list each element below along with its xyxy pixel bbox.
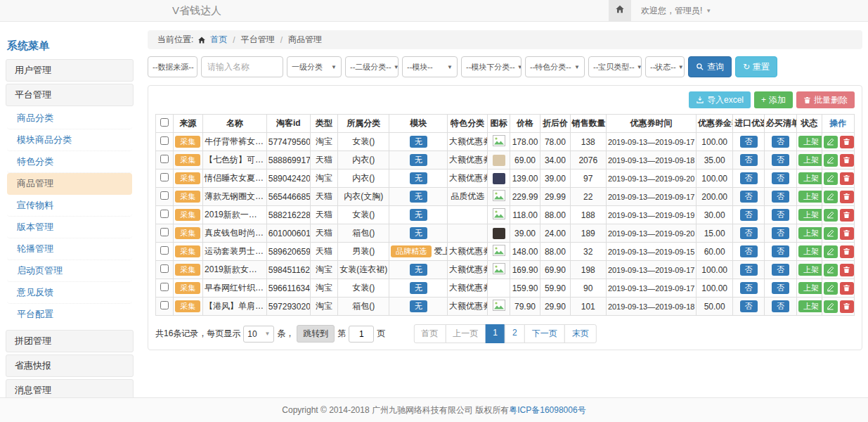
imported-toggle[interactable]: 否 xyxy=(740,282,758,294)
sidebar-item-特色分类[interactable]: 特色分类 xyxy=(7,151,132,173)
row-checkbox[interactable] xyxy=(160,283,169,291)
sidebar-item-商品分类[interactable]: 商品分类 xyxy=(7,108,132,129)
must-buy-toggle[interactable]: 否 xyxy=(772,245,789,257)
module-none-badge[interactable]: 无 xyxy=(410,136,427,148)
sidebar-group-header-3[interactable]: 省惠快报 xyxy=(6,354,134,377)
imported-toggle[interactable]: 否 xyxy=(740,136,758,148)
filter-select-category-level2[interactable]: --二级分类--▼ xyxy=(345,56,399,77)
batch-delete-button[interactable]: 批量删除 xyxy=(796,91,855,108)
module-none-badge[interactable]: 无 xyxy=(410,191,427,203)
status-badge[interactable]: 上架 xyxy=(798,282,822,294)
sidebar-item-宣传物料[interactable]: 宣传物料 xyxy=(7,195,132,217)
sidebar-item-商品管理[interactable]: 商品管理 xyxy=(7,173,132,195)
edit-button[interactable] xyxy=(824,264,838,276)
delete-button[interactable] xyxy=(840,136,854,148)
row-checkbox[interactable] xyxy=(160,191,169,200)
module-none-badge[interactable]: 无 xyxy=(410,227,427,239)
name-search-input[interactable] xyxy=(201,56,283,77)
delete-button[interactable] xyxy=(840,191,854,203)
row-checkbox[interactable] xyxy=(160,210,169,218)
breadcrumb-home-link[interactable]: 首页 xyxy=(210,34,227,46)
imported-toggle[interactable]: 否 xyxy=(740,172,758,184)
module-none-badge[interactable]: 无 xyxy=(410,209,427,221)
module-none-badge[interactable]: 无 xyxy=(410,264,427,276)
reset-button[interactable]: ↻重置 xyxy=(735,56,777,77)
must-buy-toggle[interactable]: 否 xyxy=(772,264,789,276)
row-checkbox[interactable] xyxy=(160,264,169,273)
edit-button[interactable] xyxy=(824,300,838,313)
must-buy-toggle[interactable]: 否 xyxy=(772,191,789,203)
edit-button[interactable] xyxy=(824,227,838,240)
sidebar-item-版本管理[interactable]: 版本管理 xyxy=(7,217,132,238)
must-buy-toggle[interactable]: 否 xyxy=(772,282,789,294)
edit-button[interactable] xyxy=(824,209,838,222)
status-badge[interactable]: 上架 xyxy=(798,172,822,184)
delete-button[interactable] xyxy=(840,282,854,295)
edit-button[interactable] xyxy=(824,172,838,185)
pager-button-2[interactable]: 2 xyxy=(505,324,525,343)
imported-toggle[interactable]: 否 xyxy=(740,264,758,276)
row-checkbox[interactable] xyxy=(160,246,169,255)
delete-button[interactable] xyxy=(840,209,854,222)
delete-button[interactable] xyxy=(840,300,854,313)
per-page-select[interactable]: 10 ▼ xyxy=(243,326,274,343)
imported-toggle[interactable]: 否 xyxy=(740,191,758,203)
pager-button-末页[interactable]: 末页 xyxy=(564,324,597,343)
row-checkbox[interactable] xyxy=(160,136,169,145)
imported-toggle[interactable]: 否 xyxy=(740,154,758,166)
must-buy-toggle[interactable]: 否 xyxy=(772,209,789,221)
row-checkbox[interactable] xyxy=(160,301,169,309)
status-badge[interactable]: 上架 xyxy=(798,154,822,166)
status-badge[interactable]: 上架 xyxy=(798,227,822,239)
edit-button[interactable] xyxy=(824,245,838,258)
module-none-badge[interactable]: 无 xyxy=(410,300,427,312)
home-nav-button[interactable] xyxy=(609,0,631,21)
status-badge[interactable]: 上架 xyxy=(798,264,822,276)
delete-button[interactable] xyxy=(840,245,854,258)
sidebar-group-header-2[interactable]: 拼团管理 xyxy=(6,330,134,352)
pager-button-1[interactable]: 1 xyxy=(485,324,505,343)
filter-select-module-subcategory[interactable]: --模块下分类--▼ xyxy=(461,56,522,77)
module-none-badge[interactable]: 无 xyxy=(410,154,427,166)
edit-button[interactable] xyxy=(824,136,838,148)
page-number-input[interactable] xyxy=(349,326,374,343)
filter-select-feature-category[interactable]: --特色分类--▼ xyxy=(525,56,585,77)
icp-link[interactable]: 粤ICP备16098006号 xyxy=(509,405,585,415)
sidebar-item-轮播管理[interactable]: 轮播管理 xyxy=(7,238,132,260)
imported-toggle[interactable]: 否 xyxy=(740,245,758,257)
edit-button[interactable] xyxy=(824,154,838,167)
delete-button[interactable] xyxy=(840,227,854,240)
status-badge[interactable]: 上架 xyxy=(798,245,822,257)
delete-button[interactable] xyxy=(840,154,854,167)
status-badge[interactable]: 上架 xyxy=(798,209,822,221)
module-brand-badge[interactable]: 品牌精选 xyxy=(391,245,432,257)
status-badge[interactable]: 上架 xyxy=(798,191,822,203)
status-badge[interactable]: 上架 xyxy=(798,136,822,148)
filter-select-category-level1[interactable]: 一级分类▼ xyxy=(287,56,342,77)
edit-button[interactable] xyxy=(824,282,838,295)
must-buy-toggle[interactable]: 否 xyxy=(772,300,789,312)
imported-toggle[interactable]: 否 xyxy=(740,209,758,221)
jump-button[interactable]: 跳转到 xyxy=(297,325,335,343)
must-buy-toggle[interactable]: 否 xyxy=(772,227,789,239)
must-buy-toggle[interactable]: 否 xyxy=(772,154,789,166)
sidebar-group-header-1[interactable]: 平台管理 xyxy=(6,84,134,106)
user-menu[interactable]: 欢迎您，管理员! ▼ xyxy=(631,0,721,21)
search-button[interactable]: 查询 xyxy=(688,56,732,77)
filter-select-status[interactable]: --状态--▼ xyxy=(645,56,685,77)
row-checkbox[interactable] xyxy=(160,155,169,163)
sidebar-item-启动页管理[interactable]: 启动页管理 xyxy=(7,260,132,282)
import-excel-button[interactable]: 导入excel xyxy=(689,91,751,108)
status-badge[interactable]: 上架 xyxy=(798,300,822,312)
sidebar-item-模块商品分类[interactable]: 模块商品分类 xyxy=(7,129,132,151)
filter-select-module[interactable]: --模块--▼ xyxy=(402,56,458,77)
row-checkbox[interactable] xyxy=(160,228,169,236)
delete-button[interactable] xyxy=(840,264,854,276)
pager-button-下一页[interactable]: 下一页 xyxy=(524,324,565,343)
select-all-checkbox[interactable] xyxy=(160,118,169,127)
must-buy-toggle[interactable]: 否 xyxy=(772,136,789,148)
module-none-badge[interactable]: 无 xyxy=(410,282,427,294)
sidebar-item-意见反馈[interactable]: 意见反馈 xyxy=(7,282,132,304)
imported-toggle[interactable]: 否 xyxy=(740,300,758,312)
filter-select-data-source[interactable]: --数据来源--▼ xyxy=(148,56,197,77)
